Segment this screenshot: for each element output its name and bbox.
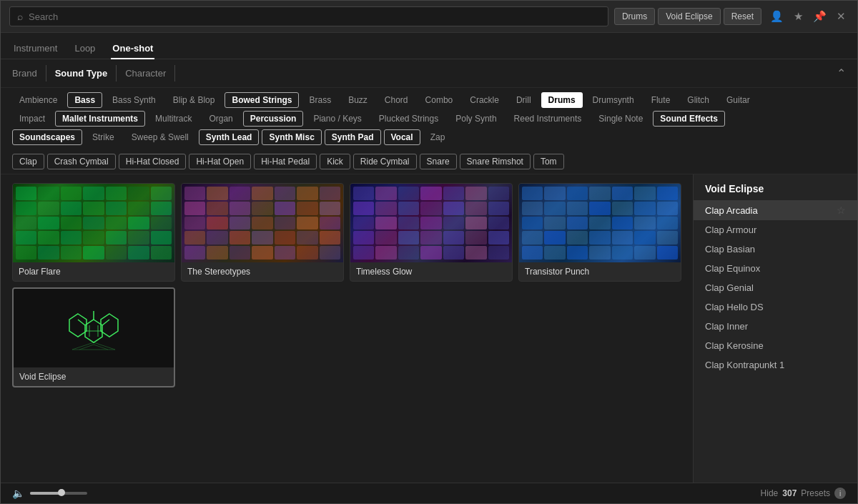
sound-type-tag-flute[interactable]: Flute <box>644 92 678 108</box>
sound-type-tag-buzz[interactable]: Buzz <box>341 92 375 108</box>
filter-tab-soundtype[interactable]: Sound Type <box>46 65 117 81</box>
sound-type-tag-organ[interactable]: Organ <box>202 111 240 127</box>
preset-thumb-void <box>14 289 174 367</box>
sound-type-tag-single-note[interactable]: Single Note <box>591 111 650 127</box>
sound-type-tag-zap[interactable]: Zap <box>423 129 453 145</box>
preset-label-stereotypes: The Stereotypes <box>182 262 343 281</box>
sound-type-tag-glitch[interactable]: Glitch <box>680 92 716 108</box>
sidebar-item-1[interactable]: Clap Armour <box>694 220 857 239</box>
preset-card-timeless-glow[interactable]: Timeless Glow <box>350 183 513 282</box>
volume-thumb <box>58 489 65 496</box>
search-bar[interactable]: ⌕ <box>9 6 608 26</box>
drum-subtag-ride-cymbal[interactable]: Ride Cymbal <box>353 154 417 169</box>
sound-type-tag-bowed-strings[interactable]: Bowed Strings <box>225 92 299 108</box>
sidebar-item-3[interactable]: Clap Equinox <box>694 259 857 278</box>
sidebar-list: Clap Arcadia☆Clap ArmourClap BasianClap … <box>694 200 857 483</box>
drum-subtag-tom[interactable]: Tom <box>533 154 564 169</box>
preset-thumb-timeless <box>350 184 512 262</box>
presets-grid-row2: Void Eclipse <box>12 287 681 387</box>
preset-card-transistor-punch[interactable]: Transistor Punch <box>518 183 681 282</box>
tab-oneshot[interactable]: One-shot <box>111 39 154 59</box>
drum-subtag-clap[interactable]: Clap <box>12 154 44 169</box>
preset-label-void-eclipse: Void Eclipse <box>14 367 174 386</box>
sidebar-item-7[interactable]: Clap Kerosine <box>694 336 857 355</box>
drum-subtag-hi-hat-closed[interactable]: Hi-Hat Closed <box>119 154 187 169</box>
sound-type-tag-crackle[interactable]: Crackle <box>463 92 506 108</box>
star-icon[interactable]: ★ <box>791 9 806 24</box>
preset-card-void-eclipse[interactable]: Void Eclipse <box>12 287 175 387</box>
user-icon[interactable]: 👤 <box>767 9 786 24</box>
drum-subtag-hi-hat-open[interactable]: Hi-Hat Open <box>189 154 251 169</box>
sound-type-tag-synth-lead[interactable]: Synth Lead <box>199 129 260 145</box>
grid-area: Polar Flare <box>1 174 693 483</box>
filter-row: Brand Sound Type Character ⌃ <box>12 65 846 81</box>
preset-card-polar-flare[interactable]: Polar Flare <box>12 183 175 282</box>
drum-subtag-hi-hat-pedal[interactable]: Hi-Hat Pedal <box>254 154 317 169</box>
filter-tab-character[interactable]: Character <box>117 65 175 81</box>
sidebar-item-2[interactable]: Clap Basian <box>694 239 857 259</box>
sound-type-tag-sound-effects[interactable]: Sound Effects <box>653 111 725 127</box>
sound-type-tag-plucked-strings[interactable]: Plucked Strings <box>372 111 445 127</box>
sound-type-tag-synth-pad[interactable]: Synth Pad <box>325 129 381 145</box>
presets-label: Presets <box>801 488 830 498</box>
reset-button[interactable]: Reset <box>724 8 761 25</box>
drum-subtag-snare-rimshot[interactable]: Snare Rimshot <box>460 154 531 169</box>
sound-type-tag-brass[interactable]: Brass <box>302 92 338 108</box>
drum-subtag-crash-cymbal[interactable]: Crash Cymbal <box>47 154 116 169</box>
preset-label-timeless-glow: Timeless Glow <box>350 262 512 281</box>
sound-type-tag-impact[interactable]: Impact <box>12 111 52 127</box>
tab-instrument[interactable]: Instrument <box>12 39 59 59</box>
sound-type-tag-bass-synth[interactable]: Bass Synth <box>105 92 163 108</box>
sound-type-tag-percussion[interactable]: Percussion <box>243 111 304 127</box>
sound-type-tag-sweep--swell[interactable]: Sweep & Swell <box>124 129 196 145</box>
drums-tag[interactable]: Drums <box>614 8 655 25</box>
sound-type-tag-mallet-instruments[interactable]: Mallet Instruments <box>55 111 145 127</box>
sound-type-tag-piano--keys[interactable]: Piano / Keys <box>306 111 368 127</box>
preset-thumb-stereotypes <box>182 184 343 262</box>
sound-type-tag-drums[interactable]: Drums <box>541 92 583 108</box>
sidebar-item-4[interactable]: Clap Genial <box>694 278 857 297</box>
sound-type-tag-bass[interactable]: Bass <box>67 92 102 108</box>
sound-type-tag-chord[interactable]: Chord <box>378 92 415 108</box>
sound-type-tag-drill[interactable]: Drill <box>509 92 538 108</box>
drum-subtag-kick[interactable]: Kick <box>320 154 350 169</box>
preset-thumb-polar-flare <box>13 184 174 262</box>
preset-card-stereotypes[interactable]: The Stereotypes <box>181 183 344 282</box>
volume-control: 🔈 <box>12 488 87 499</box>
sidebar-item-star-0[interactable]: ☆ <box>837 204 846 216</box>
drum-subtag-snare[interactable]: Snare <box>420 154 457 169</box>
sound-type-tag-strike[interactable]: Strike <box>85 129 122 145</box>
sound-type-tag-blip--blop[interactable]: Blip & Blop <box>166 92 222 108</box>
sidebar-item-0[interactable]: Clap Arcadia☆ <box>694 200 857 220</box>
volume-slider[interactable] <box>30 492 87 495</box>
sound-type-tag-combo[interactable]: Combo <box>418 92 460 108</box>
sound-type-tag-vocal[interactable]: Vocal <box>384 129 420 145</box>
sidebar-item-5[interactable]: Clap Hello DS <box>694 297 857 317</box>
hide-link[interactable]: Hide <box>761 488 779 498</box>
search-input[interactable] <box>29 11 601 22</box>
sound-type-tag-synth-misc[interactable]: Synth Misc <box>262 129 321 145</box>
sound-type-tag-multitrack[interactable]: Multitrack <box>148 111 199 127</box>
pin-icon[interactable]: 📌 <box>810 9 829 24</box>
presets-count: 307 <box>782 488 797 498</box>
info-icon[interactable]: i <box>834 488 846 499</box>
sound-type-tag-reed-instruments[interactable]: Reed Instruments <box>507 111 589 127</box>
sidebar-item-label-2: Clap Basian <box>705 244 755 255</box>
sound-type-tag-guitar[interactable]: Guitar <box>719 92 757 108</box>
sidebar-item-label-0: Clap Arcadia <box>705 205 758 216</box>
volume-icon: 🔈 <box>12 488 24 499</box>
void-eclipse-tag[interactable]: Void Eclipse <box>658 8 720 25</box>
sound-type-tag-drumsynth[interactable]: Drumsynth <box>586 92 641 108</box>
sound-type-tag-poly-synth[interactable]: Poly Synth <box>448 111 503 127</box>
sound-type-tag-ambience[interactable]: Ambience <box>12 92 64 108</box>
sidebar-item-8[interactable]: Clap Kontrapunkt 1 <box>694 355 857 375</box>
header: ⌕ Drums Void Eclipse Reset 👤 ★ 📌 ✕ <box>1 1 857 33</box>
filter-tab-brand[interactable]: Brand <box>12 65 46 81</box>
close-icon[interactable]: ✕ <box>834 9 849 24</box>
tab-loop[interactable]: Loop <box>73 39 97 59</box>
sound-type-tags: AmbienceBassBass SynthBlip & BlopBowed S… <box>1 88 857 151</box>
sound-type-tag-soundscapes[interactable]: Soundscapes <box>12 129 82 145</box>
sidebar: Void Eclipse Clap Arcadia☆Clap ArmourCla… <box>693 174 857 483</box>
sidebar-item-6[interactable]: Clap Inner <box>694 317 857 336</box>
collapse-button[interactable]: ⌃ <box>837 66 846 80</box>
